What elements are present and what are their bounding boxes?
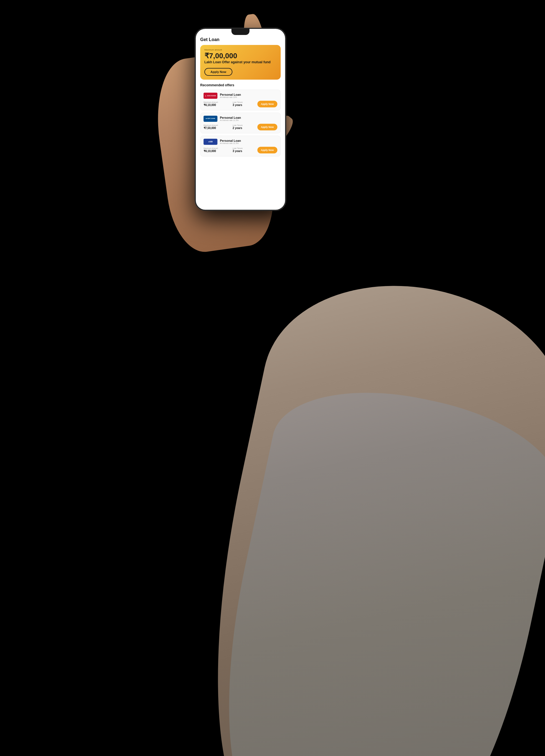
recommended-section-title: Recommended offers — [200, 83, 281, 87]
axis-amount-value: ₹4,10,000 — [204, 103, 218, 107]
page-title: Get Loan — [200, 37, 281, 42]
sbi-loan-info: Personal Loan At interest rate 11.5% — [220, 139, 241, 144]
axis-loan-type: Personal Loan — [220, 93, 241, 96]
hdfc-interest-rate: At interest rate 11.5% — [220, 119, 241, 121]
sbi-amount-value: ₹4,10,000 — [204, 150, 218, 153]
sbi-tenure-label: Loan Tenure — [233, 147, 243, 149]
axis-max-amount-block: Maximum Amount ₹4,10,000 — [204, 101, 218, 107]
loan-card-hdfc: ⊕ HDFC BANK Personal Loan At interest ra… — [200, 113, 281, 133]
hero-card: Maximum amount ₹7,00,000 Lakh Loan Offer… — [200, 45, 281, 80]
axis-tenure-value: 3 years — [233, 103, 243, 107]
hero-amount: ₹7,00,000 — [205, 52, 277, 59]
hdfc-loan-info: Personal Loan At interest rate 11.5% — [220, 116, 241, 121]
hdfc-amount-value: ₹7,50,000 — [204, 127, 218, 130]
hdfc-loan-type: Personal Loan — [220, 116, 241, 119]
axis-bank-logo: ▲ AXIS BANK — [204, 93, 218, 99]
hdfc-bank-logo: ⊕ HDFC BANK — [204, 116, 218, 122]
sbi-loan-type: Personal Loan — [220, 139, 241, 142]
hdfc-tenure-value: 2 years — [233, 127, 243, 130]
axis-interest-rate: At interest rate 13% — [220, 96, 241, 98]
hero-max-label: Maximum amount — [205, 49, 277, 51]
offers-list: ▲ AXIS BANK Personal Loan At interest ra… — [200, 90, 281, 156]
sbi-interest-rate: At interest rate 11.5% — [220, 142, 241, 144]
hdfc-amount-label: Maximum Amount — [204, 124, 218, 126]
axis-amount-label: Maximum Amount — [204, 101, 218, 103]
hero-apply-button[interactable]: Apply Now — [205, 68, 233, 76]
sbi-tenure-value: 3 years — [233, 150, 243, 153]
hdfc-max-amount-block: Maximum Amount ₹7,50,000 — [204, 124, 218, 130]
axis-apply-button[interactable]: Apply Now — [257, 101, 277, 107]
sbi-amount-label: Maximum Amount — [204, 147, 218, 149]
sbi-apply-button[interactable]: Apply Now — [257, 147, 277, 153]
loan-card-axis: ▲ AXIS BANK Personal Loan At interest ra… — [200, 90, 281, 110]
loan-card-sbi: ●SBI Personal Loan At interest rate 11.5… — [200, 136, 281, 156]
hdfc-tenure-block: Loan Tenure 2 years — [233, 124, 243, 130]
axis-tenure-label: Loan Tenure — [233, 101, 243, 103]
axis-loan-info: Personal Loan At interest rate 13% — [220, 93, 241, 98]
sbi-tenure-block: Loan Tenure 3 years — [233, 147, 243, 153]
hdfc-tenure-label: Loan Tenure — [233, 124, 243, 126]
sbi-bank-logo: ●SBI — [204, 139, 218, 145]
hdfc-apply-button[interactable]: Apply Now — [257, 124, 277, 130]
axis-tenure-block: Loan Tenure 3 years — [233, 101, 243, 107]
hero-subtitle: Lakh Loan Offer against your mutual fund — [205, 60, 277, 65]
sbi-max-amount-block: Maximum Amount ₹4,10,000 — [204, 147, 218, 153]
